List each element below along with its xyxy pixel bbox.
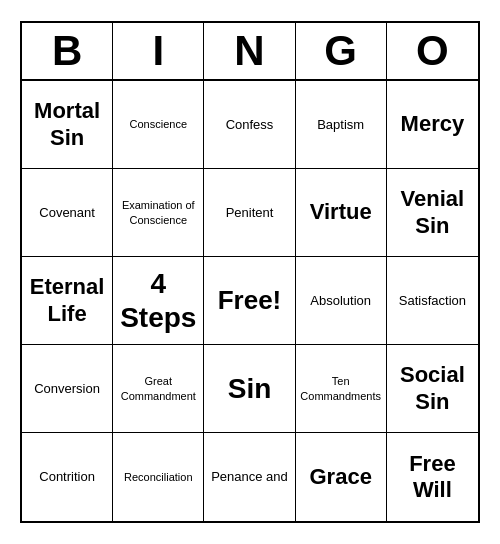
cell-r2-c3: Absolution (296, 257, 387, 345)
cell-text: Contrition (39, 469, 95, 485)
cell-r2-c2: Free! (204, 257, 295, 345)
cell-r4-c4: Free Will (387, 433, 478, 521)
cell-text: Satisfaction (399, 293, 466, 309)
cell-r4-c2: Penance and (204, 433, 295, 521)
cell-r0-c3: Baptism (296, 81, 387, 169)
cell-r4-c1: Reconciliation (113, 433, 204, 521)
cell-text: Free! (218, 285, 282, 316)
cell-r0-c0: Mortal Sin (22, 81, 113, 169)
cell-text: Baptism (317, 117, 364, 133)
cell-r0-c4: Mercy (387, 81, 478, 169)
cell-text: Conscience (130, 117, 187, 131)
cell-text: Grace (310, 464, 372, 490)
cell-r1-c2: Penitent (204, 169, 295, 257)
cell-r0-c2: Confess (204, 81, 295, 169)
cell-r1-c0: Covenant (22, 169, 113, 257)
bingo-card: BINGO Mortal SinConscienceConfessBaptism… (20, 21, 480, 523)
cell-text: Examination of Conscience (117, 198, 199, 227)
cell-text: Sin (228, 372, 272, 406)
header-letter: O (387, 23, 478, 79)
cell-r1-c3: Virtue (296, 169, 387, 257)
cell-text: Virtue (310, 199, 372, 225)
cell-r1-c1: Examination of Conscience (113, 169, 204, 257)
cell-r4-c0: Contrition (22, 433, 113, 521)
cell-text: 4 Steps (117, 267, 199, 334)
cell-text: Great Commandment (117, 374, 199, 403)
cell-r3-c0: Conversion (22, 345, 113, 433)
header-letter: B (22, 23, 113, 79)
cell-r3-c1: Great Commandment (113, 345, 204, 433)
cell-text: Free Will (391, 451, 474, 504)
cell-r2-c4: Satisfaction (387, 257, 478, 345)
cell-text: Reconciliation (124, 470, 192, 484)
cell-text: Conversion (34, 381, 100, 397)
cell-text: Mercy (401, 111, 465, 137)
cell-text: Penitent (226, 205, 274, 221)
cell-text: Mortal Sin (26, 98, 108, 151)
cell-text: Penance and (211, 469, 288, 485)
header-letter: I (113, 23, 204, 79)
cell-text: Confess (226, 117, 274, 133)
bingo-grid: Mortal SinConscienceConfessBaptismMercyC… (22, 81, 478, 521)
cell-text: Eternal Life (26, 274, 108, 327)
bingo-header: BINGO (22, 23, 478, 81)
cell-r3-c4: Social Sin (387, 345, 478, 433)
cell-r3-c3: Ten Commandments (296, 345, 387, 433)
cell-r3-c2: Sin (204, 345, 295, 433)
cell-text: Ten Commandments (300, 374, 382, 403)
cell-text: Covenant (39, 205, 95, 221)
cell-text: Social Sin (391, 362, 474, 415)
cell-r4-c3: Grace (296, 433, 387, 521)
cell-r2-c1: 4 Steps (113, 257, 204, 345)
header-letter: G (296, 23, 387, 79)
header-letter: N (204, 23, 295, 79)
cell-r0-c1: Conscience (113, 81, 204, 169)
cell-r2-c0: Eternal Life (22, 257, 113, 345)
cell-r1-c4: Venial Sin (387, 169, 478, 257)
cell-text: Venial Sin (391, 186, 474, 239)
cell-text: Absolution (310, 293, 371, 309)
